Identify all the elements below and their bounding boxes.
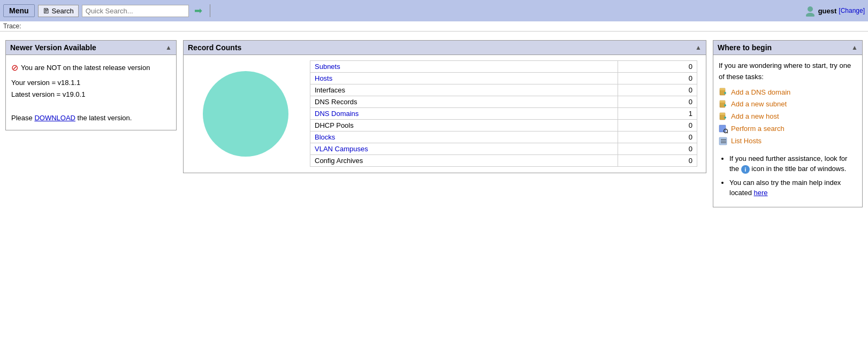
table-row: DNS Domains1 bbox=[310, 108, 697, 120]
table-row: Config Archives0 bbox=[310, 155, 697, 167]
record-label: Interfaces bbox=[310, 84, 618, 96]
task-item: List Hosts bbox=[719, 136, 857, 147]
newer-version-title: Newer Version Available bbox=[10, 43, 96, 52]
record-counts-table: Subnets0Hosts0Interfaces0DNS Records0DNS… bbox=[310, 60, 697, 167]
record-counts-panel: Record Counts ▲ Subnets0Hosts0Interfaces… bbox=[183, 40, 706, 173]
where-to-begin-header: Where to begin ▲ bbox=[713, 41, 862, 55]
task-link[interactable]: List Hosts bbox=[731, 136, 762, 147]
record-count: 0 bbox=[618, 73, 697, 84]
download-suffix: the latest version. bbox=[75, 114, 132, 122]
record-link[interactable]: DNS Domains bbox=[315, 110, 359, 118]
record-count: 0 bbox=[618, 120, 697, 131]
search-button[interactable]: 🖹 Search bbox=[38, 5, 79, 17]
doc-add-icon bbox=[719, 100, 728, 110]
latest-version: Latest version = v19.0.1 bbox=[11, 89, 171, 100]
download-link[interactable]: DOWNLOAD bbox=[34, 114, 75, 122]
record-link[interactable]: VLAN Campuses bbox=[315, 145, 368, 153]
version-warning-row: ⊘ You are NOT on the latest release vers… bbox=[11, 60, 171, 75]
change-link[interactable]: [Change] bbox=[839, 7, 865, 14]
task-link[interactable]: Add a DNS domain bbox=[731, 87, 790, 98]
svg-point-0 bbox=[808, 6, 813, 12]
record-counts-title: Record Counts bbox=[188, 43, 241, 52]
user-area: guest [Change] bbox=[804, 5, 865, 17]
where-intro-text: If you are wondering where to start, try… bbox=[719, 60, 857, 83]
user-avatar-icon bbox=[804, 5, 816, 17]
newer-version-body: ⊘ You are NOT on the latest release vers… bbox=[6, 55, 176, 130]
task-link[interactable]: Add a new subnet bbox=[731, 99, 787, 110]
svg-point-1 bbox=[806, 13, 814, 17]
record-link[interactable]: Subnets bbox=[315, 63, 340, 71]
svg-rect-12 bbox=[720, 113, 725, 115]
help-bullet-2: You can also try the main help index loc… bbox=[729, 177, 857, 198]
search-icon: 🖹 bbox=[43, 7, 50, 15]
record-label[interactable]: Subnets bbox=[310, 61, 618, 73]
svg-point-2 bbox=[203, 71, 288, 157]
record-count: 0 bbox=[618, 143, 697, 155]
table-row: Interfaces0 bbox=[310, 84, 697, 96]
help-here-link[interactable]: here bbox=[754, 189, 768, 197]
record-label[interactable]: Hosts bbox=[310, 73, 618, 84]
record-count: 0 bbox=[618, 131, 697, 143]
topbar-divider bbox=[210, 4, 210, 17]
svg-line-17 bbox=[727, 133, 728, 134]
task-link[interactable]: Add a new host bbox=[731, 111, 779, 122]
record-link[interactable]: Blocks bbox=[315, 133, 335, 141]
username: guest bbox=[818, 7, 837, 15]
download-row: Please DOWNLOAD the latest version. bbox=[11, 112, 171, 124]
your-version: Your version = v18.1.1 bbox=[11, 77, 171, 89]
record-count: 0 bbox=[618, 155, 697, 167]
newer-version-panel: Newer Version Available ▲ ⊘ You are NOT … bbox=[5, 40, 177, 130]
task-item: Add a new host bbox=[719, 111, 857, 122]
search-input[interactable] bbox=[82, 5, 189, 17]
menu-button[interactable]: Menu bbox=[3, 4, 35, 17]
where-to-begin-body: If you are wondering where to start, try… bbox=[713, 55, 862, 207]
task-list: Add a DNS domainAdd a new subnetAdd a ne… bbox=[719, 87, 857, 147]
table-row: VLAN Campuses0 bbox=[310, 143, 697, 155]
newer-version-header: Newer Version Available ▲ bbox=[6, 41, 176, 55]
record-link[interactable]: Hosts bbox=[315, 74, 332, 82]
where-to-begin-title: Where to begin bbox=[718, 43, 772, 52]
topbar: Menu 🖹 Search ➡ guest [Change] bbox=[0, 0, 868, 21]
record-count: 1 bbox=[618, 108, 697, 120]
where-to-begin-collapse-icon[interactable]: ▲ bbox=[851, 44, 858, 51]
main-content: Newer Version Available ▲ ⊘ You are NOT … bbox=[0, 32, 868, 216]
help-bullet-1: If you need further assistance, look for… bbox=[729, 153, 857, 174]
record-label: DHCP Pools bbox=[310, 120, 618, 131]
download-prefix: Please bbox=[11, 114, 34, 122]
task-item: Add a new subnet bbox=[719, 99, 857, 110]
chart-container bbox=[192, 60, 299, 167]
help-bullets: If you need further assistance, look for… bbox=[719, 153, 857, 198]
svg-rect-15 bbox=[719, 125, 726, 132]
where-to-begin-panel: Where to begin ▲ If you are wondering wh… bbox=[713, 40, 863, 207]
svg-rect-4 bbox=[720, 88, 725, 90]
record-count: 0 bbox=[618, 61, 697, 73]
list-doc-icon bbox=[719, 136, 728, 146]
table-row: DNS Records0 bbox=[310, 96, 697, 108]
record-label[interactable]: Blocks bbox=[310, 131, 618, 143]
task-item: Add a DNS domain bbox=[719, 87, 857, 98]
doc-add-icon bbox=[719, 112, 728, 122]
svg-rect-8 bbox=[720, 100, 725, 103]
newer-version-collapse-icon[interactable]: ▲ bbox=[165, 44, 172, 51]
search-button-label: Search bbox=[52, 7, 74, 15]
record-counts-collapse-icon[interactable]: ▲ bbox=[695, 44, 702, 51]
go-button[interactable]: ➡ bbox=[192, 5, 204, 17]
go-arrow-icon: ➡ bbox=[194, 5, 202, 16]
trace-label: Trace: bbox=[3, 22, 21, 30]
search-doc-icon bbox=[719, 124, 728, 134]
record-counts-body: Subnets0Hosts0Interfaces0DNS Records0DNS… bbox=[184, 55, 706, 173]
table-row: Subnets0 bbox=[310, 61, 697, 73]
task-item: Perform a search bbox=[719, 123, 857, 135]
record-counts-header: Record Counts ▲ bbox=[184, 41, 706, 55]
record-count: 0 bbox=[618, 96, 697, 108]
tracebar: Trace: bbox=[0, 21, 868, 32]
record-count: 0 bbox=[618, 84, 697, 96]
record-label[interactable]: VLAN Campuses bbox=[310, 143, 618, 155]
record-label[interactable]: DNS Domains bbox=[310, 108, 618, 120]
table-row: Blocks0 bbox=[310, 131, 697, 143]
record-label: DNS Records bbox=[310, 96, 618, 108]
task-link[interactable]: Perform a search bbox=[731, 123, 785, 135]
table-row: DHCP Pools0 bbox=[310, 120, 697, 131]
pie-chart bbox=[197, 66, 294, 162]
doc-add-icon bbox=[719, 88, 728, 97]
